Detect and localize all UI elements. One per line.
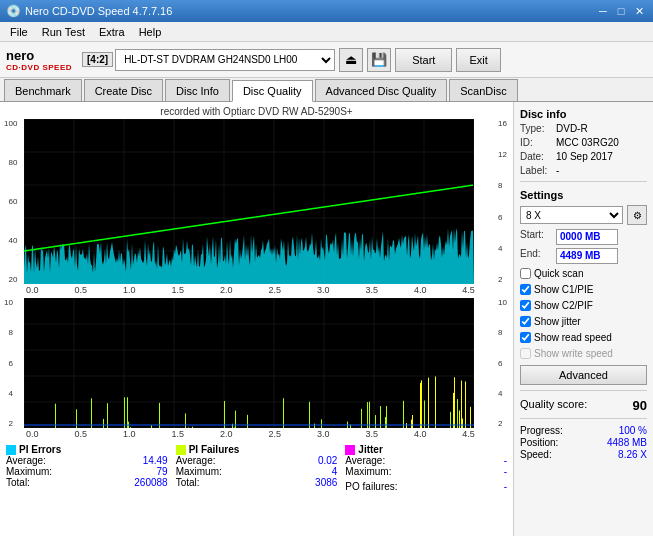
show-write-speed-label: Show write speed (534, 348, 613, 359)
tab-disc-info[interactable]: Disc Info (165, 79, 230, 101)
bottom-chart-y-left: 10 8 6 4 2 (4, 298, 13, 428)
bottom-chart-y-right: 10 8 6 4 2 (498, 298, 507, 428)
top-chart-wrapper: 16 12 8 6 4 2 100 80 60 40 20 (24, 119, 477, 284)
quick-scan-label: Quick scan (534, 268, 583, 279)
eject-icon-btn[interactable]: ⏏ (339, 48, 363, 72)
chart-subtitle: recorded with Optiarc DVD RW AD-5290S+ (4, 106, 509, 117)
start-row: Start: 0000 MB (520, 229, 647, 245)
start-value[interactable]: 0000 MB (556, 229, 618, 245)
tab-benchmark[interactable]: Benchmark (4, 79, 82, 101)
app-title: Nero CD-DVD Speed 4.7.7.16 (25, 5, 172, 17)
progress-row: Progress: 100 % (520, 425, 647, 436)
save-icon-btn[interactable]: 💾 (367, 48, 391, 72)
top-chart (24, 119, 474, 284)
title-bar-left: 💿 Nero CD-DVD Speed 4.7.7.16 (6, 4, 172, 18)
settings-title: Settings (520, 189, 647, 201)
divider-1 (520, 181, 647, 182)
title-bar-controls: ─ □ ✕ (595, 3, 647, 19)
right-panel: Disc info Type: DVD-R ID: MCC 03RG20 Dat… (513, 102, 653, 536)
divider-2 (520, 390, 647, 391)
progress-section: Progress: 100 % Position: 4488 MB Speed:… (520, 424, 647, 461)
menu-extra[interactable]: Extra (93, 24, 131, 40)
quality-score-row: Quality score: 90 (520, 398, 647, 413)
show-write-speed-checkbox[interactable] (520, 348, 531, 359)
quick-scan-checkbox[interactable] (520, 268, 531, 279)
menu-run-test[interactable]: Run Test (36, 24, 91, 40)
bottom-chart-x-axis: 0.0 0.5 1.0 1.5 2.0 2.5 3.0 3.5 4.0 4.5 (24, 429, 477, 439)
menu-file[interactable]: File (4, 24, 34, 40)
disc-date-row: Date: 10 Sep 2017 (520, 151, 647, 162)
settings-icon-btn[interactable]: ⚙ (627, 205, 647, 225)
end-value[interactable]: 4489 MB (556, 248, 618, 264)
bottom-chart (24, 298, 474, 428)
disc-info-title: Disc info (520, 108, 647, 120)
top-chart-x-axis: 0.0 0.5 1.0 1.5 2.0 2.5 3.0 3.5 4.0 4.5 (24, 285, 477, 295)
show-read-speed-row: Show read speed (520, 332, 647, 343)
jitter-legend (345, 445, 355, 455)
top-chart-y-right: 16 12 8 6 4 2 (498, 119, 507, 284)
toolbar: nero CD·DVD SPEED [4:2] HL-DT-ST DVDRAM … (0, 42, 653, 78)
disc-type-row: Type: DVD-R (520, 123, 647, 134)
show-c1-pie-label: Show C1/PIE (534, 284, 593, 295)
position-row: Position: 4488 MB (520, 437, 647, 448)
exit-button[interactable]: Exit (456, 48, 500, 72)
quality-score-value: 90 (633, 398, 647, 413)
start-button[interactable]: Start (395, 48, 452, 72)
show-jitter-row: Show jitter (520, 316, 647, 327)
disc-id-row: ID: MCC 03RG20 (520, 137, 647, 148)
minimize-button[interactable]: ─ (595, 3, 611, 19)
bottom-chart-wrapper: 10 8 6 4 2 10 8 6 4 2 (24, 298, 477, 428)
divider-3 (520, 418, 647, 419)
show-write-speed-row: Show write speed (520, 348, 647, 359)
close-button[interactable]: ✕ (631, 3, 647, 19)
show-c2-pif-row: Show C2/PIF (520, 300, 647, 311)
pi-failures-group: PI Failures Average: 0.02 Maximum: 4 Tot… (176, 444, 338, 492)
tabs-bar: Benchmark Create Disc Disc Info Disc Qua… (0, 78, 653, 102)
speed-setting-row: 8 X ⚙ (520, 205, 647, 225)
maximize-button[interactable]: □ (613, 3, 629, 19)
show-c2-pif-label: Show C2/PIF (534, 300, 593, 311)
drive-dropdown[interactable]: HL-DT-ST DVDRAM GH24NSD0 LH00 (115, 49, 335, 71)
nero-logo-text: nero (6, 48, 34, 63)
drive-selector: [4:2] HL-DT-ST DVDRAM GH24NSD0 LH00 (82, 49, 335, 71)
nero-logo: nero CD·DVD SPEED (6, 48, 72, 72)
pi-errors-legend (6, 445, 16, 455)
speed-badge: [4:2] (82, 52, 113, 67)
disc-label-row: Label: - (520, 165, 647, 176)
app-icon: 💿 (6, 4, 21, 18)
pi-errors-group: PI Errors Average: 14.49 Maximum: 79 Tot… (6, 444, 168, 492)
tab-advanced-disc-quality[interactable]: Advanced Disc Quality (315, 79, 448, 101)
menu-bar: File Run Test Extra Help (0, 22, 653, 42)
main-content: recorded with Optiarc DVD RW AD-5290S+ 1… (0, 102, 653, 536)
title-bar: 💿 Nero CD-DVD Speed 4.7.7.16 ─ □ ✕ (0, 0, 653, 22)
quick-scan-row: Quick scan (520, 268, 647, 279)
tab-create-disc[interactable]: Create Disc (84, 79, 163, 101)
show-c2-pif-checkbox[interactable] (520, 300, 531, 311)
show-read-speed-label: Show read speed (534, 332, 612, 343)
tab-disc-quality[interactable]: Disc Quality (232, 80, 313, 102)
chart-area: recorded with Optiarc DVD RW AD-5290S+ 1… (0, 102, 513, 536)
speed-dropdown[interactable]: 8 X (520, 206, 623, 224)
end-row: End: 4489 MB (520, 248, 647, 264)
menu-help[interactable]: Help (133, 24, 168, 40)
top-chart-y-left: 100 80 60 40 20 (4, 119, 17, 284)
show-jitter-checkbox[interactable] (520, 316, 531, 327)
show-read-speed-checkbox[interactable] (520, 332, 531, 343)
tab-scandisc[interactable]: ScanDisc (449, 79, 517, 101)
nero-logo-subtitle: CD·DVD SPEED (6, 63, 72, 72)
show-c1-pie-row: Show C1/PIE (520, 284, 647, 295)
stats-row: PI Errors Average: 14.49 Maximum: 79 Tot… (4, 440, 509, 496)
speed-row: Speed: 8.26 X (520, 449, 647, 460)
pi-failures-legend (176, 445, 186, 455)
advanced-button[interactable]: Advanced (520, 365, 647, 385)
show-jitter-label: Show jitter (534, 316, 581, 327)
jitter-group: Jitter Average: - Maximum: - PO failures… (345, 444, 507, 492)
show-c1-pie-checkbox[interactable] (520, 284, 531, 295)
